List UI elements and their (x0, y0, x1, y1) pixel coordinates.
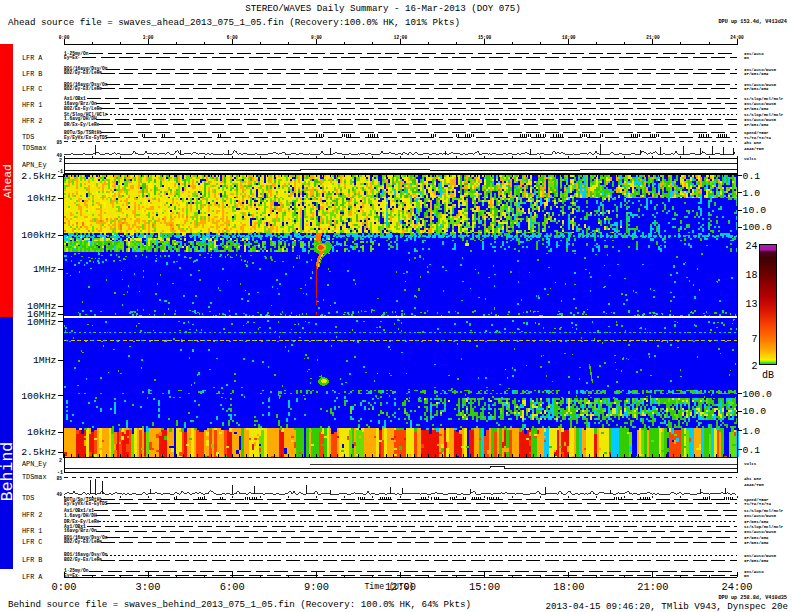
svg-text:TDSmax: TDSmax (22, 144, 46, 152)
svg-text:STEREO/WAVES Daily Summary - 1: STEREO/WAVES Daily Summary - 16-Mar-2013… (245, 3, 521, 14)
svg-text:LFR A: LFR A (22, 54, 43, 62)
svg-text:4h1 KHz: 4h1 KHz (744, 477, 762, 481)
svg-text:IF/DH1/DH2: IF/DH1/DH2 (744, 520, 769, 524)
svg-text:T1/T2/T3/T4: T1/T2/T3/T4 (744, 502, 772, 506)
svg-text:24:00: 24:00 (721, 581, 752, 593)
svg-text:0:00: 0:00 (59, 35, 70, 40)
svg-text:3:00: 3:00 (143, 35, 154, 40)
svg-text:Time (UTC): Time (UTC) (364, 582, 413, 591)
svg-text:Speed/TBar: Speed/TBar (744, 498, 769, 502)
svg-text:21:00: 21:00 (637, 581, 668, 593)
svg-text:IF/DH1/DH2: IF/DH1/DH2 (744, 72, 769, 76)
svg-text:15:00: 15:00 (478, 35, 492, 40)
svg-text:BO1/16avg/Dsy/On: BO1/16avg/Dsy/On (64, 552, 108, 557)
svg-text:BO2/Ey-Ex/LeRe: BO2/Ey-Ex/LeRe (64, 70, 102, 75)
svg-text:9:00: 9:00 (311, 35, 322, 40)
svg-text:BO2/Ey-Ex/LeRe: BO2/Ey-Ex/LeRe (64, 539, 102, 544)
svg-text:2.5kHz: 2.5kHz (21, 171, 56, 182)
svg-text:Behind source file = swaves_be: Behind source file = swaves_behind_2013_… (8, 599, 471, 610)
svg-text:LFR B: LFR B (22, 556, 42, 564)
svg-text:St/Slop/HCl/HClr: St/Slop/HCl/HClr (744, 525, 784, 529)
svg-text:3:00: 3:00 (136, 581, 161, 593)
svg-text:HFR 2: HFR 2 (22, 511, 42, 519)
svg-text:100kHz: 100kHz (21, 230, 56, 241)
svg-text:Int/Auto/Dwsm: Int/Auto/Dwsm (744, 68, 776, 72)
svg-text:10MHz: 10MHz (27, 317, 57, 328)
svg-text:0.1: 0.1 (743, 445, 761, 456)
svg-text:Int/Auto: Int/Auto (744, 570, 764, 574)
svg-text:49: 49 (56, 153, 62, 158)
svg-text:St/Slop/HCl/HClr: St/Slop/HCl/HClr (744, 97, 784, 101)
svg-text:1.0: 1.0 (743, 426, 761, 437)
svg-text:DPU up 153.4d, V413d24: DPU up 153.4d, V413d24 (719, 19, 788, 25)
svg-text:Ey=Ex·: Ey=Ex· (64, 55, 80, 60)
svg-text:18:00: 18:00 (562, 35, 576, 40)
svg-text:IF/DH1/DH2: IF/DH1/DH2 (744, 87, 769, 91)
svg-text:Ahead: Ahead (2, 164, 14, 198)
svg-text:85: 85 (56, 140, 62, 145)
svg-text:Int/Auto/Dwsm: Int/Auto/Dwsm (744, 83, 776, 87)
svg-text:24:00: 24:00 (730, 35, 744, 40)
svg-text:APN_Ey: APN_Ey (22, 161, 46, 169)
svg-text:0.1: 0.1 (743, 171, 761, 182)
svg-text:Behind: Behind (0, 442, 17, 501)
svg-text:Int/Auto/Dwsm: Int/Auto/Dwsm (744, 118, 776, 122)
svg-text:APN_Ey: APN_Ey (22, 460, 46, 468)
svg-text:LFR A: LFR A (22, 573, 43, 581)
svg-text:St/Slop/HCl/HClr: St/Slop/HCl/HClr (744, 509, 784, 513)
svg-text:Int/Auto/Dwsm: Int/Auto/Dwsm (744, 102, 776, 106)
svg-text:Int/Auto/Dwsm: Int/Auto/Dwsm (744, 554, 776, 558)
svg-text:1.0: 1.0 (743, 188, 761, 199)
svg-text:7: 7 (751, 334, 757, 345)
svg-text:Ax1/OBx1: Ax1/OBx1 (64, 96, 86, 101)
svg-text:21:00: 21:00 (646, 35, 660, 40)
svg-text:Int/Auto: Int/Auto (744, 52, 764, 56)
svg-text:On: On (744, 56, 749, 60)
svg-text:10kHz: 10kHz (27, 427, 57, 438)
svg-text:10kHz: 10kHz (27, 193, 57, 204)
svg-text:DR/Ex-Ey/LeRe: DR/Ex-Ey/LeRe (64, 519, 100, 524)
svg-text:6:00: 6:00 (220, 581, 245, 593)
svg-text:HFR 2: HFR 2 (22, 117, 42, 125)
svg-text:T1/T2/T3/T4: T1/T2/T3/T4 (744, 136, 772, 140)
svg-text:2: 2 (59, 458, 62, 464)
svg-text:1.6avg/DH/DH: 1.6avg/DH/DH (64, 116, 97, 121)
svg-text:LFR C: LFR C (22, 85, 42, 93)
svg-text:TDSmax: TDSmax (22, 473, 46, 481)
svg-text:2.5kHz: 2.5kHz (21, 447, 56, 458)
svg-text:9:00: 9:00 (304, 581, 329, 593)
svg-text:Int/Auto/Dwsm: Int/Auto/Dwsm (744, 514, 776, 518)
svg-text:DPU up 258.8d, V410d35: DPU up 258.8d, V410d35 (719, 595, 788, 601)
svg-text:15:00: 15:00 (469, 581, 500, 593)
svg-text:DR/Ex-Ey/LeRe: DR/Ex-Ey/LeRe (64, 122, 100, 127)
svg-text:BO2/Ey-Ex/LeRe: BO2/Ey-Ex/LeRe (64, 557, 102, 562)
svg-text:1MHz: 1MHz (33, 355, 57, 366)
svg-text:100.0: 100.0 (743, 389, 773, 400)
svg-text:6:00: 6:00 (227, 35, 238, 40)
svg-text:85: 85 (56, 476, 62, 481)
svg-text:St/Slop/HCl/HClr: St/Slop/HCl/HClr (744, 113, 784, 117)
svg-text:18:00: 18:00 (553, 581, 584, 593)
svg-text:0:00: 0:00 (52, 581, 77, 593)
svg-text:49: 49 (56, 492, 62, 497)
svg-text:Volts: Volts (744, 157, 757, 161)
svg-text:dB: dB (762, 370, 774, 381)
svg-text:Int/Auto/Dwsm: Int/Auto/Dwsm (744, 530, 776, 534)
svg-text:LFR C: LFR C (22, 538, 42, 546)
svg-text:-1: -1 (57, 470, 63, 476)
svg-text:IF/DH1/DH2: IF/DH1/DH2 (744, 107, 769, 111)
svg-text:2013-04-15 09:46:20, TMlib V94: 2013-04-15 09:46:20, TMlib V943, Dynspec… (545, 601, 788, 612)
svg-text:HFR 1: HFR 1 (22, 101, 42, 109)
svg-text:On: On (744, 574, 749, 578)
svg-text:4h1 KHz: 4h1 KHz (744, 141, 762, 145)
svg-text:-1: -1 (57, 169, 63, 175)
svg-text:Ahead source file = swaves_ahe: Ahead source file = swaves_ahead_2013_07… (8, 17, 460, 28)
svg-text:16avg/Brz/On: 16avg/Brz/On (64, 528, 97, 533)
svg-text:TDS: TDS (22, 494, 34, 502)
svg-text:4049/TDH: 4049/TDH (744, 483, 764, 487)
svg-text:LFR B: LFR B (22, 70, 42, 78)
svg-text:13: 13 (745, 299, 757, 310)
svg-text:Ax1/OBx1/x1: Ax1/OBx1/x1 (64, 508, 94, 513)
svg-text:100.0: 100.0 (743, 222, 773, 233)
svg-text:Ey=Ex·: Ey=Ex· (64, 573, 80, 578)
